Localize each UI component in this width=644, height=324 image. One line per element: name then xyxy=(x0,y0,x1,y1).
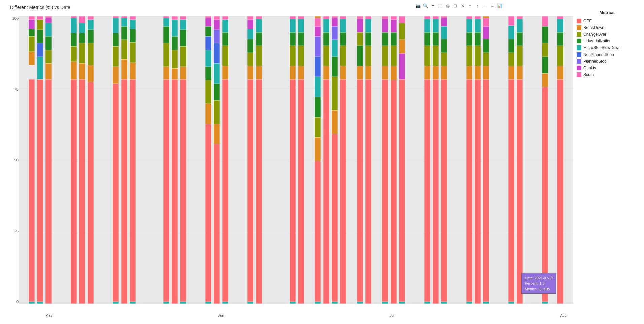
bar-group-aug10 xyxy=(557,16,563,304)
svg-rect-225 xyxy=(466,32,472,46)
svg-rect-231 xyxy=(475,46,481,66)
svg-rect-138 xyxy=(315,137,321,161)
legend-item-nonplanned: NonPlannedStop xyxy=(577,52,637,57)
svg-rect-20 xyxy=(45,63,52,79)
svg-rect-184 xyxy=(382,46,388,66)
tooltip-date: Date: 2021-07-27 xyxy=(524,275,553,281)
svg-rect-189 xyxy=(391,80,397,304)
axis-icon[interactable]: ↕ xyxy=(474,3,480,9)
svg-rect-61 xyxy=(130,20,136,29)
x-tick-aug: Aug xyxy=(560,313,567,317)
legend-item-oee: OEE xyxy=(577,19,637,23)
svg-rect-26 xyxy=(71,79,77,304)
svg-rect-50 xyxy=(113,302,119,304)
legend-label-changeover: ChangeOver xyxy=(583,32,606,37)
data-tooltip: Date: 2021-07-27 Percent: 1.3 Metrics: Q… xyxy=(521,273,556,294)
svg-rect-28 xyxy=(71,46,77,62)
camera-icon[interactable]: 📷 xyxy=(415,3,421,9)
pan-icon[interactable]: ✕ xyxy=(460,3,466,9)
bar-group-jul6 xyxy=(340,16,346,304)
chart-title: Different Metrics (%) vs Date xyxy=(10,5,70,10)
svg-rect-144 xyxy=(315,26,321,36)
line-icon[interactable]: — xyxy=(482,3,488,9)
svg-rect-176 xyxy=(365,79,371,304)
bar-group-may4 xyxy=(71,16,77,304)
svg-rect-159 xyxy=(332,26,338,40)
svg-rect-48 xyxy=(113,18,119,33)
svg-rect-30 xyxy=(71,18,77,33)
x-tick-jul: Jul xyxy=(389,313,394,317)
svg-rect-150 xyxy=(323,46,329,66)
lasso-icon[interactable]: ◎ xyxy=(445,3,451,9)
svg-rect-147 xyxy=(315,302,321,304)
bar-group-jul3 xyxy=(315,16,321,304)
svg-rect-268 xyxy=(557,16,563,19)
svg-rect-181 xyxy=(365,16,371,19)
legend-label-industrialization: Industrialization xyxy=(583,39,611,43)
legend-color-scrap xyxy=(577,72,581,77)
x-tick-jun: Jun xyxy=(218,313,224,317)
svg-rect-237 xyxy=(483,53,489,66)
svg-rect-211 xyxy=(433,32,439,46)
legend-label-scrap: Scrap xyxy=(583,72,594,77)
svg-rect-208 xyxy=(433,79,439,304)
legend-label-oee: OEE xyxy=(583,19,592,23)
bar-group-aug7 xyxy=(508,16,514,304)
svg-rect-235 xyxy=(483,79,489,304)
svg-rect-41 xyxy=(88,30,94,43)
chart-icon[interactable]: 📊 xyxy=(497,3,503,9)
zoom-box-icon[interactable]: ⊡ xyxy=(452,3,458,9)
home-icon[interactable]: ⌂ xyxy=(467,3,473,9)
svg-rect-166 xyxy=(340,32,346,46)
legend-item-breakdown: BreakDown xyxy=(577,25,637,30)
svg-rect-103 xyxy=(222,79,228,304)
svg-rect-190 xyxy=(391,66,397,80)
svg-rect-74 xyxy=(172,36,178,50)
svg-rect-46 xyxy=(113,46,119,67)
svg-rect-15 xyxy=(37,30,43,43)
menu-icon[interactable]: ≡ xyxy=(489,3,495,9)
zoom-icon[interactable]: 🔍 xyxy=(422,3,429,9)
svg-rect-177 xyxy=(365,66,371,79)
svg-rect-125 xyxy=(290,66,296,79)
plus-icon[interactable]: + xyxy=(430,3,436,9)
svg-rect-220 xyxy=(441,16,447,18)
svg-rect-168 xyxy=(340,16,346,19)
svg-rect-89 xyxy=(205,36,211,50)
svg-rect-7 xyxy=(29,36,35,52)
svg-rect-155 xyxy=(332,110,338,134)
svg-rect-54 xyxy=(121,26,127,40)
legend-color-oee xyxy=(577,19,581,23)
svg-rect-82 xyxy=(180,16,186,20)
y-tick-50: 50 xyxy=(14,158,19,162)
svg-rect-201 xyxy=(424,79,430,304)
svg-rect-31 xyxy=(71,16,77,18)
legend-color-nonplanned xyxy=(577,52,581,57)
select-icon[interactable]: ⬚ xyxy=(437,3,443,9)
svg-rect-42 xyxy=(88,20,94,30)
bar-group-jun7 xyxy=(247,16,253,304)
svg-rect-222 xyxy=(466,79,472,304)
svg-rect-85 xyxy=(205,104,211,124)
svg-rect-243 xyxy=(508,79,514,304)
svg-rect-212 xyxy=(433,19,439,32)
svg-rect-264 xyxy=(557,66,563,79)
legend-title: Metrics xyxy=(577,10,637,15)
legend-item-industrialization: Industrialization xyxy=(577,39,637,43)
svg-rect-134 xyxy=(298,32,304,46)
bar-group-jun6 xyxy=(222,16,228,304)
svg-rect-250 xyxy=(517,79,523,304)
svg-rect-240 xyxy=(483,18,489,26)
svg-rect-65 xyxy=(163,67,169,79)
svg-rect-146 xyxy=(315,16,321,18)
legend-color-microstop xyxy=(577,45,581,50)
svg-rect-63 xyxy=(130,302,136,304)
svg-rect-174 xyxy=(357,16,363,19)
bar-group-jul5 xyxy=(332,16,338,304)
svg-rect-148 xyxy=(323,79,329,304)
svg-rect-215 xyxy=(441,66,447,79)
bar-group-aug6 xyxy=(483,16,489,304)
svg-rect-120 xyxy=(256,46,262,66)
svg-rect-262 xyxy=(542,302,548,304)
svg-rect-193 xyxy=(391,20,397,32)
